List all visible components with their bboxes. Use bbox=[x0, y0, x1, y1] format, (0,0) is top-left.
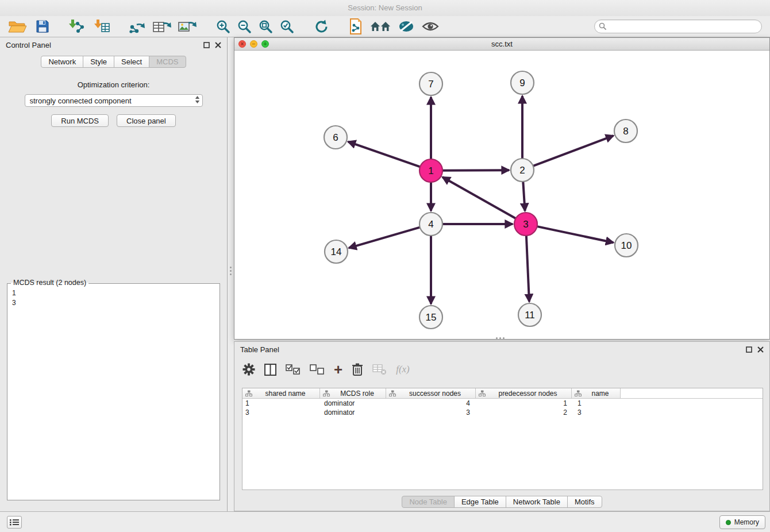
node-2[interactable]: 2 bbox=[511, 159, 534, 182]
node-9[interactable]: 9 bbox=[511, 71, 534, 94]
svg-text:2: 2 bbox=[519, 165, 525, 176]
column-header-predecessor-nodes[interactable]: predecessor nodes bbox=[476, 388, 572, 399]
edge-2-8[interactable] bbox=[533, 136, 614, 166]
gear-icon[interactable] bbox=[242, 360, 255, 379]
node-1[interactable]: 1 bbox=[419, 159, 442, 182]
tab-node-table[interactable]: Node Table bbox=[402, 496, 455, 508]
node-6[interactable]: 6 bbox=[324, 126, 347, 149]
edge-2-3[interactable] bbox=[523, 182, 525, 211]
export-table-icon[interactable] bbox=[153, 17, 171, 36]
svg-text:7: 7 bbox=[428, 79, 433, 90]
close-panel-button[interactable]: Close panel bbox=[117, 114, 176, 127]
cell-successor-nodes[interactable]: 3 bbox=[386, 408, 476, 417]
node-14[interactable]: 14 bbox=[325, 240, 348, 263]
search-input[interactable] bbox=[594, 20, 762, 33]
edge-1-2[interactable] bbox=[442, 170, 509, 171]
cell-predecessor-nodes[interactable]: 2 bbox=[476, 408, 572, 417]
tab-network[interactable]: Network bbox=[41, 56, 83, 68]
table-header-row: shared name MCDS role successor nodes pr… bbox=[242, 388, 763, 399]
node-11[interactable]: 11 bbox=[518, 303, 541, 326]
splitter-handle-vertical[interactable] bbox=[228, 265, 233, 281]
cell-successor-nodes[interactable]: 4 bbox=[386, 399, 476, 408]
cell-name[interactable]: 3 bbox=[572, 408, 621, 417]
svg-text:1: 1 bbox=[428, 165, 433, 176]
control-panel: Control Panel Network Style Select MCDS … bbox=[0, 37, 228, 511]
table-columns-icon[interactable] bbox=[264, 360, 276, 379]
svg-text:11: 11 bbox=[525, 310, 535, 321]
main-toolbar bbox=[0, 16, 770, 37]
minimize-window-button[interactable]: − bbox=[250, 40, 257, 48]
column-header-successor-nodes[interactable]: successor nodes bbox=[386, 388, 476, 399]
float-panel-icon[interactable] bbox=[203, 42, 210, 48]
edge-3-11[interactable] bbox=[526, 236, 529, 302]
save-session-icon[interactable] bbox=[36, 17, 49, 36]
task-history-button[interactable] bbox=[7, 516, 22, 529]
cell-shared-name[interactable]: 1 bbox=[242, 399, 320, 408]
svg-text:10: 10 bbox=[621, 240, 632, 251]
zoom-out-icon[interactable] bbox=[237, 17, 252, 36]
add-icon[interactable]: + bbox=[334, 360, 342, 379]
mcds-result-title: MCDS result (2 nodes) bbox=[11, 279, 88, 287]
attribute-icon bbox=[479, 390, 486, 396]
apply-style-icon[interactable] bbox=[398, 17, 414, 36]
delete-icon[interactable] bbox=[352, 360, 363, 379]
refresh-icon[interactable] bbox=[314, 17, 329, 36]
attribute-icon bbox=[575, 390, 582, 396]
network-window-titlebar[interactable]: × − + scc.txt bbox=[234, 38, 769, 51]
tab-select[interactable]: Select bbox=[114, 56, 149, 68]
cell-name[interactable]: 1 bbox=[572, 399, 621, 408]
edge-4-14[interactable] bbox=[349, 228, 420, 248]
node-7[interactable]: 7 bbox=[419, 72, 442, 95]
deselect-all-icon[interactable] bbox=[310, 360, 325, 379]
edge-3-10[interactable] bbox=[537, 226, 614, 242]
svg-text:6: 6 bbox=[333, 132, 338, 143]
show-hide-panel-eye-icon[interactable] bbox=[422, 17, 439, 36]
node-10[interactable]: 10 bbox=[615, 234, 638, 257]
table-row[interactable]: 1 dominator 4 1 1 bbox=[242, 399, 763, 408]
node-15[interactable]: 15 bbox=[419, 306, 442, 329]
zoom-in-icon[interactable] bbox=[216, 17, 230, 36]
edge-1-6[interactable] bbox=[348, 142, 420, 167]
tab-mcds[interactable]: MCDS bbox=[149, 56, 186, 68]
export-network-icon[interactable] bbox=[129, 17, 146, 36]
node-3[interactable]: 3 bbox=[514, 213, 537, 236]
network-graph[interactable]: 7968124314101511 bbox=[234, 51, 769, 339]
svg-text:15: 15 bbox=[426, 312, 437, 323]
node-8[interactable]: 8 bbox=[614, 119, 637, 142]
memory-button[interactable]: Memory bbox=[719, 515, 765, 529]
select-all-icon[interactable] bbox=[286, 360, 301, 379]
attribute-icon bbox=[245, 390, 252, 396]
table-row[interactable]: 3 dominator 3 2 3 bbox=[242, 408, 763, 417]
mcds-result-group: MCDS result (2 nodes) 1 3 bbox=[7, 283, 220, 500]
zoom-selected-icon[interactable] bbox=[280, 17, 294, 36]
close-panel-icon[interactable] bbox=[215, 42, 221, 48]
edge-3-1[interactable] bbox=[442, 177, 516, 218]
zoom-window-button[interactable]: + bbox=[261, 40, 269, 48]
import-table-icon[interactable] bbox=[93, 17, 110, 36]
tab-style[interactable]: Style bbox=[83, 56, 114, 68]
cell-predecessor-nodes[interactable]: 1 bbox=[476, 399, 572, 408]
run-mcds-button[interactable]: Run MCDS bbox=[51, 114, 109, 127]
cell-mcds-role[interactable]: dominator bbox=[320, 399, 386, 408]
first-neighbors-icon[interactable] bbox=[370, 17, 391, 36]
node-4[interactable]: 4 bbox=[419, 213, 442, 236]
import-network-icon[interactable] bbox=[68, 17, 85, 36]
tab-motifs[interactable]: Motifs bbox=[567, 496, 602, 508]
tab-network-table[interactable]: Network Table bbox=[506, 496, 568, 508]
column-header-shared-name[interactable]: shared name bbox=[242, 388, 320, 399]
column-header-mcds-role[interactable]: MCDS role bbox=[320, 388, 386, 399]
criterion-selected-value: strongly connected component bbox=[30, 97, 195, 105]
export-image-icon[interactable] bbox=[178, 17, 197, 36]
cell-mcds-role[interactable]: dominator bbox=[320, 408, 386, 417]
close-window-button[interactable]: × bbox=[238, 40, 246, 48]
close-table-panel-icon[interactable] bbox=[757, 346, 764, 353]
column-header-name[interactable]: name bbox=[572, 388, 621, 399]
open-session-icon[interactable] bbox=[8, 17, 26, 36]
cell-shared-name[interactable]: 3 bbox=[242, 408, 320, 417]
criterion-select[interactable]: strongly connected component bbox=[25, 94, 203, 107]
zoom-fit-icon[interactable] bbox=[259, 17, 273, 36]
open-network-file-icon[interactable] bbox=[349, 17, 363, 36]
tab-edge-table[interactable]: Edge Table bbox=[454, 496, 506, 508]
splitter-handle-horizontal[interactable] bbox=[493, 337, 507, 341]
float-table-panel-icon[interactable] bbox=[746, 346, 752, 353]
